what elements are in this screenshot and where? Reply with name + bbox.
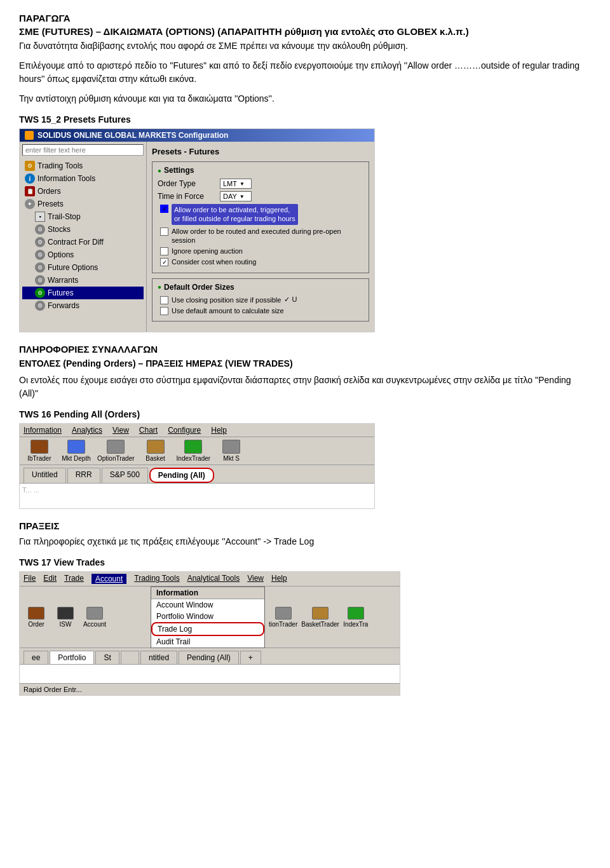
menu-view[interactable]: View bbox=[112, 426, 129, 435]
tab17-ntitled[interactable]: ntitled bbox=[140, 651, 177, 664]
tws16-content: T... ... bbox=[20, 483, 374, 508]
basket-icon bbox=[147, 440, 165, 454]
tab17-empty[interactable] bbox=[121, 651, 139, 664]
tab-rrr[interactable]: RRR bbox=[67, 468, 100, 483]
order-icon bbox=[28, 607, 44, 620]
tws16-menubar: Information Analytics View Chart Configu… bbox=[20, 424, 374, 437]
tree-item-forwards[interactable]: ⚙ Forwards bbox=[22, 299, 144, 312]
cb5-checkbox[interactable] bbox=[160, 296, 168, 304]
tab17-pending-all[interactable]: Pending (All) bbox=[179, 651, 239, 664]
menu-analytics[interactable]: Analytics bbox=[72, 426, 102, 435]
account-tb-icon bbox=[86, 607, 103, 620]
section3-para: Για πληροφορίες σχετικά με τις πράξεις ε… bbox=[19, 535, 591, 548]
toolbar17-order[interactable]: Order bbox=[24, 607, 49, 628]
filter-input[interactable] bbox=[22, 144, 144, 156]
tree-item-stocks[interactable]: ⚙ Stocks bbox=[22, 223, 144, 236]
cb2-row: Allow order to be routed and executed du… bbox=[158, 227, 363, 245]
tree-item-options[interactable]: ⚙ Options bbox=[22, 248, 144, 261]
presets-icon: ✦ bbox=[25, 199, 35, 209]
toolbar17-baskettrader[interactable]: BasketTrader bbox=[301, 607, 339, 628]
tree-item-cfd[interactable]: ⚙ Contract For Diff bbox=[22, 236, 144, 248]
menu17-view[interactable]: View bbox=[247, 574, 264, 584]
tab17-ee[interactable]: ee bbox=[24, 651, 48, 664]
toolbar-mktdepth[interactable]: Mkt Depth bbox=[60, 440, 92, 462]
cb3-text: Ignore opening auction bbox=[172, 247, 243, 255]
menu17-edit[interactable]: Edit bbox=[43, 574, 57, 584]
tws15-right-panel: Presets - Futures Settings Order Type LM… bbox=[147, 142, 374, 332]
tws17-right-toolbar: tionTrader BasketTrader IndexTra bbox=[265, 587, 400, 648]
dd-audit-trail[interactable]: Audit Trail bbox=[151, 636, 264, 648]
mktdepth-icon bbox=[67, 440, 85, 454]
order-type-select[interactable]: LMT ▼ bbox=[220, 179, 252, 189]
tab17-portfolio[interactable]: Portfolio bbox=[50, 651, 94, 664]
dd-trade-log[interactable]: Trade Log bbox=[151, 622, 264, 636]
cb3-checkbox[interactable] bbox=[160, 247, 168, 255]
tab-sp500[interactable]: S&P 500 bbox=[102, 468, 148, 483]
menu17-trading-tools[interactable]: Trading Tools bbox=[134, 574, 179, 584]
menu17-trade[interactable]: Trade bbox=[64, 574, 84, 584]
toolbar17-iontrader[interactable]: tionTrader bbox=[269, 607, 297, 628]
toolbar17-isw[interactable]: ISW bbox=[53, 607, 78, 628]
menu17-account[interactable]: Account bbox=[92, 574, 126, 584]
toolbar-mkts[interactable]: Mkt S bbox=[215, 440, 247, 462]
app-icon bbox=[25, 131, 34, 140]
menu-configure[interactable]: Configure bbox=[168, 426, 201, 435]
cb4-row: ✓ Consider cost when routing bbox=[158, 257, 363, 266]
default-sizes-title: Default Order Sizes bbox=[158, 283, 363, 292]
cb1-text: Allow order to be activated, triggered,o… bbox=[172, 204, 298, 225]
tab17-plus[interactable]: + bbox=[240, 651, 261, 664]
tab-untitled[interactable]: Untitled bbox=[24, 468, 66, 483]
tws15-body: ⚙ Trading Tools i Information Tools 📋 Or… bbox=[20, 142, 374, 332]
tree-item-information-tools[interactable]: i Information Tools bbox=[22, 172, 144, 185]
dd-account-window[interactable]: Account Window bbox=[151, 599, 264, 611]
toolbar17-account[interactable]: Account bbox=[82, 607, 107, 628]
dd-portfolio-window[interactable]: Portfolio Window bbox=[151, 611, 264, 622]
tree-item-presets[interactable]: ✦ Presets bbox=[22, 198, 144, 210]
cb5-text: Use closing position size if possible bbox=[172, 295, 281, 304]
tws16-tabs: Untitled RRR S&P 500 Pending (All) bbox=[20, 465, 374, 483]
cb4-checkbox[interactable]: ✓ bbox=[160, 258, 168, 266]
menu17-help[interactable]: Help bbox=[271, 574, 287, 584]
tree-item-warrants[interactable]: ⚙ Warrants bbox=[22, 274, 144, 287]
cb1-row: ✓ Allow order to be activated, triggered… bbox=[158, 204, 363, 225]
warrants-icon: ⚙ bbox=[35, 275, 45, 285]
tree-item-futures[interactable]: ⚙ Futures bbox=[22, 287, 144, 299]
time-force-select[interactable]: DAY ▼ bbox=[220, 191, 252, 201]
indextrader-icon bbox=[184, 440, 202, 454]
cb6-text: Use default amount to calculate size bbox=[172, 306, 284, 315]
menu17-analytical-tools[interactable]: Analytical Tools bbox=[187, 574, 240, 584]
tree-item-orders[interactable]: 📋 Orders bbox=[22, 185, 144, 198]
iontrader-icon bbox=[275, 607, 292, 620]
menu-chart[interactable]: Chart bbox=[139, 426, 158, 435]
time-force-row: Time in Force DAY ▼ bbox=[158, 191, 363, 201]
optiontrader-icon bbox=[107, 440, 125, 454]
tws15-titlebar: SOLIDUS ONLINE GLOBAL MARKETS Configurat… bbox=[20, 129, 374, 142]
tab17-st[interactable]: St bbox=[95, 651, 119, 664]
mkts-icon bbox=[222, 440, 240, 454]
cb6-checkbox[interactable] bbox=[160, 307, 168, 315]
default-sizes-group: Default Order Sizes Use closing position… bbox=[152, 278, 369, 322]
tree-item-trail-stop[interactable]: ▪ Trail-Stop bbox=[22, 210, 144, 223]
cb2-checkbox[interactable] bbox=[160, 227, 168, 236]
menu17-file[interactable]: File bbox=[24, 574, 36, 584]
tab-pending-all[interactable]: Pending (All) bbox=[149, 468, 214, 483]
orders-icon: 📋 bbox=[25, 186, 35, 196]
toolbar17-indextra[interactable]: IndexTra bbox=[343, 607, 369, 628]
toolbar-optiontrader[interactable]: OptionTrader bbox=[97, 440, 135, 462]
tws15-label: TWS 15_2 Presets Futures bbox=[19, 114, 591, 125]
cb6-row: Use default amount to calculate size bbox=[158, 306, 363, 315]
tree-item-trading-tools[interactable]: ⚙ Trading Tools bbox=[22, 159, 144, 172]
intro-para2: Επιλέγουμε από το αριστερό πεδίο το ''Fu… bbox=[19, 59, 591, 86]
toolbar-basket[interactable]: Basket bbox=[140, 440, 172, 462]
menu-information[interactable]: Information bbox=[24, 426, 62, 435]
future-options-icon: ⚙ bbox=[35, 262, 45, 273]
isw-icon bbox=[57, 607, 74, 620]
toolbar-ibtrader[interactable]: IbTrader bbox=[24, 440, 55, 462]
menu-help[interactable]: Help bbox=[211, 426, 227, 435]
dd-information-header: Information bbox=[151, 587, 264, 599]
tree-item-future-options[interactable]: ⚙ Future Options bbox=[22, 261, 144, 274]
cb3-row: Ignore opening auction bbox=[158, 247, 363, 255]
main-subtitle: ΣΜΕ (FUTURES) – ΔΙΚΑΙΩΜΑΤΑ (OPTIONS) (ΑΠ… bbox=[19, 26, 591, 37]
toolbar-indextrader[interactable]: IndexTrader bbox=[177, 440, 211, 462]
cb1-checkbox[interactable]: ✓ bbox=[160, 205, 168, 213]
